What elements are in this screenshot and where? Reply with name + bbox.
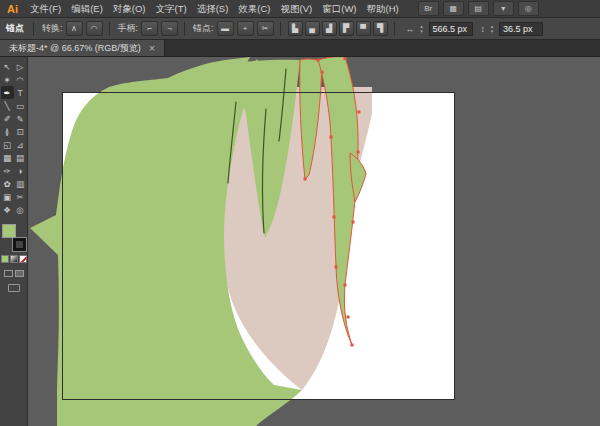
separator — [33, 22, 34, 36]
group-label: 锚点: — [193, 22, 214, 35]
align-vertical-bottom-button[interactable]: ▜ — [373, 21, 388, 36]
add-anchor-button[interactable]: + — [237, 21, 254, 36]
align-vertical-top-button[interactable]: ▛ — [339, 21, 354, 36]
bridge-button[interactable]: Br — [418, 1, 439, 16]
align-horizontal-right-button[interactable]: ▟ — [322, 21, 337, 36]
convert-to-corner-button[interactable]: ∧ — [66, 21, 83, 36]
draw-normal-button[interactable] — [4, 270, 13, 277]
y-position-field[interactable]: 36.5 px — [499, 22, 543, 36]
tool-grid: ↖▷✶◠✒T╲▭✐✎≬⊡◱⊿▦▤✑◑✿▥▣✂❖◎ — [1, 60, 27, 216]
show-handles-button[interactable]: ⌐ — [141, 21, 158, 36]
fill-color-swatch[interactable] — [2, 224, 16, 238]
symbol-sprayer-tool[interactable]: ✿ — [1, 177, 14, 190]
group-label: 手柄: — [118, 22, 139, 35]
menu-item-帮助(H)[interactable]: 帮助(H) — [362, 0, 404, 18]
selection-tool[interactable]: ↖ — [1, 60, 14, 73]
eyedropper-tool[interactable]: ✑ — [1, 164, 14, 177]
group-label: 转换: — [42, 22, 63, 35]
type-tool[interactable]: T — [14, 86, 27, 99]
close-tab-icon[interactable]: × — [149, 44, 155, 53]
align-vertical-middle-button[interactable]: ▀ — [356, 21, 371, 36]
menubar: Ai 文件(F)编辑(E)对象(O)文字(T)选择(S)效果(C)视图(V)窗口… — [0, 0, 600, 18]
arrange-documents-arrow[interactable]: ▾ — [493, 1, 514, 16]
document-title: 未标题-4* @ 66.67% (RGB/预览) — [9, 42, 141, 55]
separator — [280, 22, 281, 36]
menu-item-文件(F)[interactable]: 文件(F) — [25, 0, 66, 18]
drawing-mode-row — [4, 270, 24, 277]
direct-selection-tool[interactable]: ▷ — [14, 60, 27, 73]
pencil-tool[interactable]: ✎ — [14, 112, 27, 125]
artwork-svg — [28, 57, 600, 426]
separator — [184, 22, 185, 36]
gradient-button[interactable] — [10, 255, 18, 263]
mesh-tool[interactable]: ▦ — [1, 151, 14, 164]
stock-button[interactable]: ▦ — [443, 1, 464, 16]
free-transform-tool[interactable]: ⊡ — [14, 125, 27, 138]
main-area: ↖▷✶◠✒T╲▭✐✎≬⊡◱⊿▦▤✑◑✿▥▣✂❖◎ — [0, 57, 600, 426]
align-horizontal-center-button[interactable]: ▄ — [305, 21, 320, 36]
gradient-tool[interactable]: ▤ — [14, 151, 27, 164]
separator — [394, 22, 395, 36]
x-stepper[interactable]: ▴▾ — [418, 24, 426, 34]
convert-to-smooth-button[interactable]: ◠ — [86, 21, 103, 36]
x-position-field[interactable]: 566.5 px — [429, 22, 473, 36]
y-stepper[interactable]: ▴▾ — [488, 24, 496, 34]
illustrator-window: Ai 文件(F)编辑(E)对象(O)文字(T)选择(S)效果(C)视图(V)窗口… — [0, 0, 600, 426]
x-position-icon: ↔ — [406, 24, 415, 34]
menubar-icons: Br▦▤▾◎ — [418, 1, 539, 16]
align-buttons: ▙▄▟▛▀▜ — [288, 21, 388, 36]
menu-item-选择(S)[interactable]: 选择(S) — [192, 0, 234, 18]
menu-item-视图(V)[interactable]: 视图(V) — [276, 0, 318, 18]
column-graph-tool[interactable]: ▥ — [14, 177, 27, 190]
menubar-items: 文件(F)编辑(E)对象(O)文字(T)选择(S)效果(C)视图(V)窗口(W)… — [25, 0, 404, 17]
canvas[interactable] — [28, 57, 600, 426]
draw-behind-button[interactable] — [15, 270, 24, 277]
lasso-tool[interactable]: ◠ — [14, 73, 27, 86]
artboard-tool[interactable]: ▣ — [1, 190, 14, 203]
rectangle-tool[interactable]: ▭ — [14, 99, 27, 112]
app-logo-icon: Ai — [7, 3, 18, 15]
cs-live-button[interactable]: ◎ — [518, 1, 539, 16]
y-position-icon: ↕ — [481, 24, 486, 34]
screen-mode-button[interactable] — [8, 284, 20, 292]
hide-handles-button[interactable]: ¬ — [161, 21, 178, 36]
width-tool[interactable]: ≬ — [1, 125, 14, 138]
color-mode-row — [1, 255, 27, 263]
blend-tool[interactable]: ◑ — [14, 164, 27, 177]
shape-builder-tool[interactable]: ◱ — [1, 138, 14, 151]
perspective-grid-tool[interactable]: ⊿ — [14, 138, 27, 151]
context-label: 锚点 — [6, 22, 24, 35]
paintbrush-tool[interactable]: ✐ — [1, 112, 14, 125]
arrange-documents-button[interactable]: ▤ — [468, 1, 489, 16]
color-button[interactable] — [1, 255, 9, 263]
align-horizontal-left-button[interactable]: ▙ — [288, 21, 303, 36]
magic-wand-tool[interactable]: ✶ — [1, 73, 14, 86]
control-groups: 转换:∧◠手柄:⌐¬锚点:▬+✂ — [40, 21, 284, 36]
menu-item-对象(O)[interactable]: 对象(O) — [108, 0, 151, 18]
stroke-color-swatch[interactable] — [13, 238, 26, 251]
slice-tool[interactable]: ✂ — [14, 190, 27, 203]
none-button[interactable] — [19, 255, 27, 263]
color-swatches — [2, 224, 26, 251]
zoom-tool[interactable]: ◎ — [14, 203, 27, 216]
line-segment-tool[interactable]: ╲ — [1, 99, 14, 112]
document-tab-bar: 未标题-4* @ 66.67% (RGB/预览) × — [0, 40, 600, 57]
pen-tool[interactable]: ✒ — [1, 86, 14, 99]
separator — [109, 22, 110, 36]
control-bar: 锚点 转换:∧◠手柄:⌐¬锚点:▬+✂ ▙▄▟▛▀▜ ↔ ▴▾ 566.5 px… — [0, 18, 600, 40]
remove-anchor-button[interactable]: ▬ — [217, 21, 234, 36]
menu-item-效果(C)[interactable]: 效果(C) — [233, 0, 275, 18]
hand-tool[interactable]: ❖ — [1, 203, 14, 216]
cut-path-button[interactable]: ✂ — [257, 21, 274, 36]
menu-item-窗口(W)[interactable]: 窗口(W) — [317, 0, 361, 18]
menu-item-编辑(E)[interactable]: 编辑(E) — [66, 0, 108, 18]
tools-panel: ↖▷✶◠✒T╲▭✐✎≬⊡◱⊿▦▤✑◑✿▥▣✂❖◎ — [0, 57, 28, 426]
menu-item-文字(T)[interactable]: 文字(T) — [151, 0, 192, 18]
document-tab[interactable]: 未标题-4* @ 66.67% (RGB/预览) × — [0, 40, 165, 56]
